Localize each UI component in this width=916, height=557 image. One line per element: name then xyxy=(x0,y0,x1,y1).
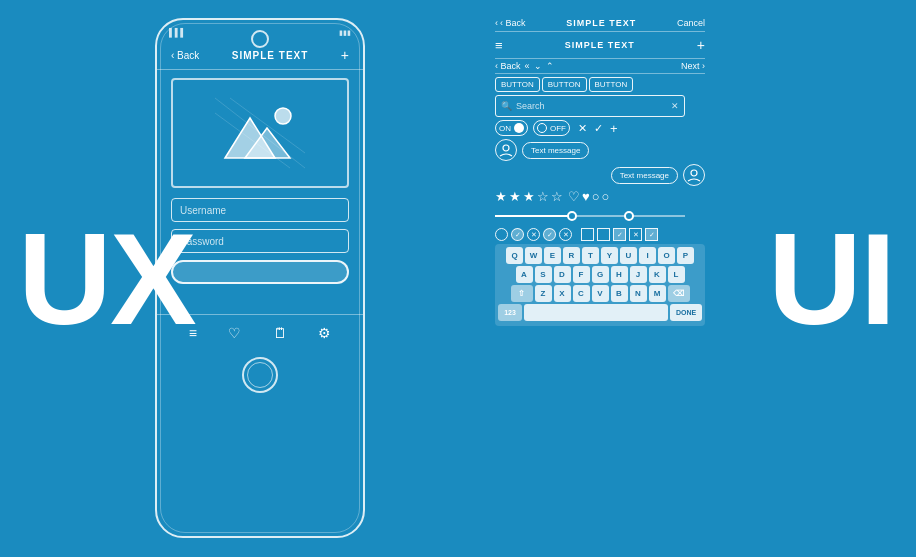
radio-check-1[interactable]: ✓ xyxy=(511,228,524,241)
key-P[interactable]: P xyxy=(677,247,694,264)
button-1[interactable]: BUTTON xyxy=(495,77,540,92)
star-3[interactable]: ★ xyxy=(523,189,535,204)
key-E[interactable]: E xyxy=(544,247,561,264)
slider-row[interactable] xyxy=(495,207,685,225)
toggle-on[interactable]: ON xyxy=(495,120,528,136)
panel-plus2-button[interactable]: + xyxy=(697,37,705,53)
speech-bubble-1: ○ xyxy=(592,189,600,204)
list-icon[interactable]: 🗒 xyxy=(273,325,287,341)
phone-home-button[interactable] xyxy=(242,357,278,393)
key-O[interactable]: O xyxy=(658,247,675,264)
key-X[interactable]: X xyxy=(554,285,571,302)
phone-content: Username Password xyxy=(157,70,363,306)
key-D[interactable]: D xyxy=(554,266,571,283)
phone-add-button[interactable]: + xyxy=(341,47,349,63)
heart-filled[interactable]: ♥ xyxy=(582,189,590,204)
key-K[interactable]: K xyxy=(649,266,666,283)
radio-cross-2[interactable]: ✕ xyxy=(559,228,572,241)
phone-submit-button[interactable] xyxy=(171,260,349,284)
heart-icon[interactable]: ♡ xyxy=(228,325,241,341)
checkbox-checked-2[interactable]: ✓ xyxy=(645,228,658,241)
key-G[interactable]: G xyxy=(592,266,609,283)
nav-down-icon[interactable]: ⌄ xyxy=(534,61,542,71)
key-T[interactable]: T xyxy=(582,247,599,264)
chat-bubble-left: Text message xyxy=(522,142,589,159)
star-1[interactable]: ★ xyxy=(495,189,507,204)
user-icon xyxy=(499,143,513,157)
panel-back-button[interactable]: ‹ ‹ Back xyxy=(495,18,526,28)
key-V[interactable]: V xyxy=(592,285,609,302)
nav-next-button[interactable]: Next › xyxy=(681,61,705,71)
plus3-button[interactable]: + xyxy=(610,121,618,136)
key-R[interactable]: R xyxy=(563,247,580,264)
panel-title2: SIMPLE TEXT xyxy=(509,40,691,50)
chat-message-2: Text message xyxy=(620,171,669,180)
radio-cross-1[interactable]: ✕ xyxy=(527,228,540,241)
hamburger-icon[interactable]: ≡ xyxy=(189,325,197,341)
key-B[interactable]: B xyxy=(611,285,628,302)
button-3[interactable]: BUTTON xyxy=(589,77,634,92)
chat-row-1: Text message xyxy=(495,139,705,161)
key-Z[interactable]: Z xyxy=(535,285,552,302)
stars-hearts-row: ★ ★ ★ ☆ ☆ ♡ ♥ ○ ○ xyxy=(495,189,705,204)
phone-password-input[interactable]: Password xyxy=(171,229,349,253)
key-C[interactable]: C xyxy=(573,285,590,302)
key-N[interactable]: N xyxy=(630,285,647,302)
key-M[interactable]: M xyxy=(649,285,666,302)
phone-camera xyxy=(251,30,269,48)
avatar-left xyxy=(495,139,517,161)
key-W[interactable]: W xyxy=(525,247,542,264)
settings-icon[interactable]: ⚙ xyxy=(318,325,331,341)
star-5-empty[interactable]: ☆ xyxy=(551,189,563,204)
slider-thumb-2[interactable] xyxy=(624,211,634,221)
button-2[interactable]: BUTTON xyxy=(542,77,587,92)
phone-back-button[interactable]: ‹ Back xyxy=(171,50,199,61)
key-L[interactable]: L xyxy=(668,266,685,283)
search-clear-button[interactable]: ✕ xyxy=(671,101,679,111)
nav-up-icon[interactable]: ⌃ xyxy=(546,61,554,71)
panel-menu-icon[interactable]: ≡ xyxy=(495,38,503,53)
key-H[interactable]: H xyxy=(611,266,628,283)
nav-prev-icon[interactable]: « xyxy=(525,61,530,71)
nav-back-button[interactable]: ‹ Back xyxy=(495,61,521,71)
checkbox-cross-1[interactable]: ✕ xyxy=(629,228,642,241)
key-A[interactable]: A xyxy=(516,266,533,283)
keyboard-row-3: ⇧ Z X C V B N M ⌫ xyxy=(498,285,702,302)
star-4-empty[interactable]: ☆ xyxy=(537,189,549,204)
key-done[interactable]: DONE xyxy=(670,304,702,321)
panel-cancel-button[interactable]: Cancel xyxy=(677,18,705,28)
key-space[interactable] xyxy=(524,304,668,321)
key-Y[interactable]: Y xyxy=(601,247,618,264)
phone-username-input[interactable]: Username xyxy=(171,198,349,222)
star-2[interactable]: ★ xyxy=(509,189,521,204)
back-chevron-icon: ‹ xyxy=(495,18,498,28)
checkbox-checked-1[interactable]: ✓ xyxy=(613,228,626,241)
search-bar[interactable]: 🔍 Search ✕ xyxy=(495,95,685,117)
toggle-off[interactable]: OFF xyxy=(533,120,570,136)
key-delete[interactable]: ⌫ xyxy=(668,285,690,302)
key-shift[interactable]: ⇧ xyxy=(511,285,533,302)
key-I[interactable]: I xyxy=(639,247,656,264)
phone-home-inner xyxy=(247,362,273,388)
key-123[interactable]: 123 xyxy=(498,304,522,321)
cross-icon[interactable]: ✕ xyxy=(578,122,587,135)
slider-thumb-1[interactable] xyxy=(567,211,577,221)
toggle-off-circle xyxy=(537,123,547,133)
chat-message-1: Text message xyxy=(531,146,580,155)
heart-empty[interactable]: ♡ xyxy=(568,189,580,204)
checkbox-empty-2[interactable] xyxy=(597,228,610,241)
toggle-off-label: OFF xyxy=(550,124,566,133)
panel-back-label: ‹ Back xyxy=(500,18,526,28)
key-J[interactable]: J xyxy=(630,266,647,283)
radio-empty-1[interactable] xyxy=(495,228,508,241)
check-icon[interactable]: ✓ xyxy=(594,122,603,135)
main-container: UX UI ▌▌▌ ▮▮▮ ‹ Back SIMPLE TEXT + xyxy=(0,0,916,557)
key-Q[interactable]: Q xyxy=(506,247,523,264)
radio-check-2[interactable]: ✓ xyxy=(543,228,556,241)
key-U[interactable]: U xyxy=(620,247,637,264)
panel-top-title: SIMPLE TEXT xyxy=(531,18,672,28)
ui-elements-panel: ‹ ‹ Back SIMPLE TEXT Cancel ≡ SIMPLE TEX… xyxy=(495,18,705,326)
key-F[interactable]: F xyxy=(573,266,590,283)
key-S[interactable]: S xyxy=(535,266,552,283)
checkbox-empty-1[interactable] xyxy=(581,228,594,241)
